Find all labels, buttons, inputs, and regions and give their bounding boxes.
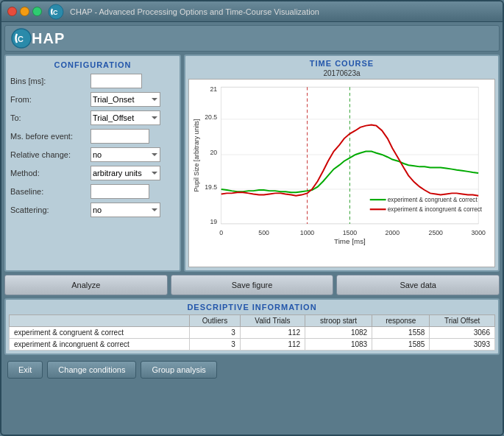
svg-text:C: C: [53, 9, 58, 16]
descriptive-title: DESCRIPTIVE INFORMATION: [9, 303, 495, 312]
table-row: experiment & incongruent & correct 3 112…: [10, 339, 495, 351]
row-outliers: 3: [190, 327, 241, 339]
to-label: To:: [10, 113, 88, 122]
from-row: From: Trial_Onset Trial_Offset Response: [10, 92, 175, 107]
config-title: CONFIGURATION: [10, 60, 175, 69]
title-bar: C CHAP - Advanced Processing Options and…: [1, 1, 503, 22]
svg-text:500: 500: [258, 229, 269, 236]
row-name: experiment & incongruent & correct: [10, 339, 190, 351]
time-course-panel: TIME COURSE 20170623a 19 19.5 20 20.5 21: [184, 54, 500, 272]
svg-text:0: 0: [219, 229, 223, 236]
baseline-input[interactable]: [90, 184, 149, 199]
descriptive-table: Outliers Valid Trials stroop start respo…: [9, 314, 495, 351]
svg-text:1000: 1000: [300, 229, 315, 236]
svg-text:20.5: 20.5: [205, 113, 217, 121]
row-outliers: 3: [190, 339, 241, 351]
time-course-chart: 19 19.5 20 20.5 21 0 500: [189, 80, 494, 267]
from-label: From:: [10, 95, 88, 104]
svg-text:21: 21: [210, 85, 218, 93]
col-response: response: [372, 315, 430, 327]
bottom-bar: Exit Change conditions Group analysis: [4, 358, 500, 382]
col-outliers: Outliers: [190, 315, 241, 327]
header-logo-text: HAP: [32, 30, 65, 47]
row-name: experiment & congruent & correct: [10, 327, 190, 339]
exit-button[interactable]: Exit: [7, 361, 43, 379]
group-analysis-button[interactable]: Group analysis: [141, 361, 216, 379]
to-select[interactable]: Trial_Offset Trial_Onset Response: [90, 110, 160, 125]
close-button[interactable]: [7, 7, 17, 16]
chart-area: 19 19.5 20 20.5 21 0 500: [188, 79, 495, 267]
row-stroop-start: 1082: [305, 327, 372, 339]
actions-row: Analyze Save figure Save data: [4, 275, 500, 295]
svg-text:Pupil Size [arbitrary units]: Pupil Size [arbitrary units]: [193, 119, 200, 192]
window-controls: [7, 7, 42, 16]
config-panel: CONFIGURATION Bins [ms]: From: Trial_Ons…: [4, 54, 181, 272]
col-trial-offset: Trial Offset: [430, 315, 495, 327]
baseline-row: Baseline:: [10, 184, 175, 199]
svg-text:C: C: [18, 35, 24, 43]
svg-text:2500: 2500: [429, 229, 444, 236]
analyze-button[interactable]: Analyze: [4, 275, 168, 295]
maximize-button[interactable]: [32, 7, 42, 16]
bins-label: Bins [ms]:: [10, 77, 88, 85]
save-figure-button[interactable]: Save figure: [171, 275, 334, 295]
row-stroop-start: 1083: [305, 339, 372, 351]
change-conditions-button[interactable]: Change conditions: [47, 361, 136, 379]
bins-row: Bins [ms]:: [10, 74, 175, 88]
top-section: CONFIGURATION Bins [ms]: From: Trial_Ons…: [4, 54, 500, 272]
col-stroop-start: stroop start: [305, 315, 372, 327]
main-content: C HAP CONFIGURATION Bins [ms]: From: Tri…: [1, 22, 503, 435]
main-window: C CHAP - Advanced Processing Options and…: [0, 0, 504, 436]
method-label: Method:: [10, 169, 88, 177]
relative-change-row: Relative change: no yes: [10, 147, 175, 162]
ms-before-label: Ms. before event:: [10, 132, 88, 141]
row-valid-trials: 112: [240, 327, 305, 339]
row-response: 1585: [372, 339, 430, 351]
scattering-label: Scattering:: [10, 205, 88, 214]
save-data-button[interactable]: Save data: [336, 275, 500, 295]
svg-text:2000: 2000: [386, 229, 400, 236]
svg-text:experiment & congruent & corre: experiment & congruent & correct: [388, 197, 478, 203]
svg-text:19: 19: [210, 218, 218, 225]
svg-text:20: 20: [210, 149, 218, 156]
row-trial-offset: 3066: [430, 327, 495, 339]
col-name: [10, 315, 190, 327]
svg-text:experiment & incongruent & cor: experiment & incongruent & correct: [388, 207, 483, 214]
ms-before-row: Ms. before event:: [10, 129, 175, 144]
scattering-select[interactable]: no yes: [90, 203, 160, 217]
header-logo: C HAP: [4, 25, 500, 52]
time-course-title: TIME COURSE: [188, 59, 495, 68]
method-select[interactable]: arbitrary units z-score percent: [90, 166, 160, 180]
scattering-row: Scattering: no yes: [10, 203, 175, 217]
svg-text:3000: 3000: [471, 229, 486, 236]
row-valid-trials: 112: [240, 339, 305, 351]
baseline-label: Baseline:: [10, 187, 88, 196]
title-bar-text: CHAP - Advanced Processing Options and T…: [70, 7, 319, 16]
row-response: 1558: [372, 327, 430, 339]
descriptive-panel: DESCRIPTIVE INFORMATION Outliers Valid T…: [4, 298, 500, 355]
row-trial-offset: 3093: [430, 339, 495, 351]
svg-text:1500: 1500: [343, 229, 358, 236]
chart-subtitle: 20170623a: [188, 69, 495, 77]
svg-text:Time [ms]: Time [ms]: [334, 237, 366, 245]
table-row: experiment & congruent & correct 3 112 1…: [10, 327, 495, 339]
header-logo-icon: C: [11, 28, 32, 49]
relative-change-select[interactable]: no yes: [90, 147, 160, 162]
method-row: Method: arbitrary units z-score percent: [10, 166, 175, 180]
to-row: To: Trial_Offset Trial_Onset Response: [10, 110, 175, 125]
table-header-row: Outliers Valid Trials stroop start respo…: [10, 315, 495, 327]
relative-change-label: Relative change:: [10, 150, 88, 159]
ms-before-input[interactable]: [90, 129, 149, 144]
chap-logo-icon: C: [48, 4, 64, 20]
minimize-button[interactable]: [20, 7, 29, 16]
svg-text:19.5: 19.5: [205, 183, 217, 191]
from-select[interactable]: Trial_Onset Trial_Offset Response: [90, 92, 160, 107]
bins-input[interactable]: [90, 74, 142, 88]
col-valid-trials: Valid Trials: [240, 315, 305, 327]
